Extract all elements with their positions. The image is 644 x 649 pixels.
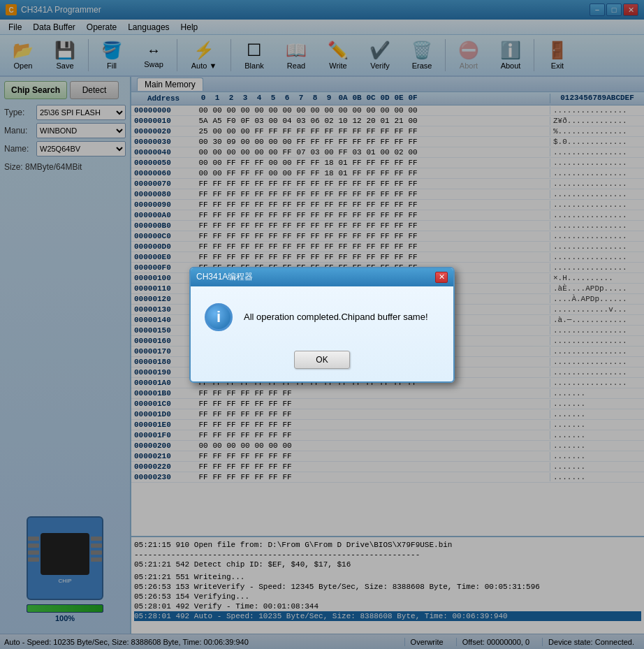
dialog-title-bar: CH341A编程器 ✕ [191,268,453,286]
dialog-ok-button[interactable]: OK [294,351,350,369]
dialog-overlay[interactable]: CH341A编程器 ✕ i All operation completed.Ch… [0,0,644,649]
dialog: CH341A编程器 ✕ i All operation completed.Ch… [189,267,455,383]
dialog-icon-letter: i [217,308,221,326]
dialog-close-button[interactable]: ✕ [435,272,448,283]
dialog-footer: OK [191,345,453,381]
dialog-title: CH341A编程器 [196,271,253,283]
dialog-body: i All operation completed.Chipand buffer… [191,286,453,345]
dialog-info-icon: i [205,303,233,331]
dialog-message: All operation completed.Chipand buffer s… [244,312,428,322]
